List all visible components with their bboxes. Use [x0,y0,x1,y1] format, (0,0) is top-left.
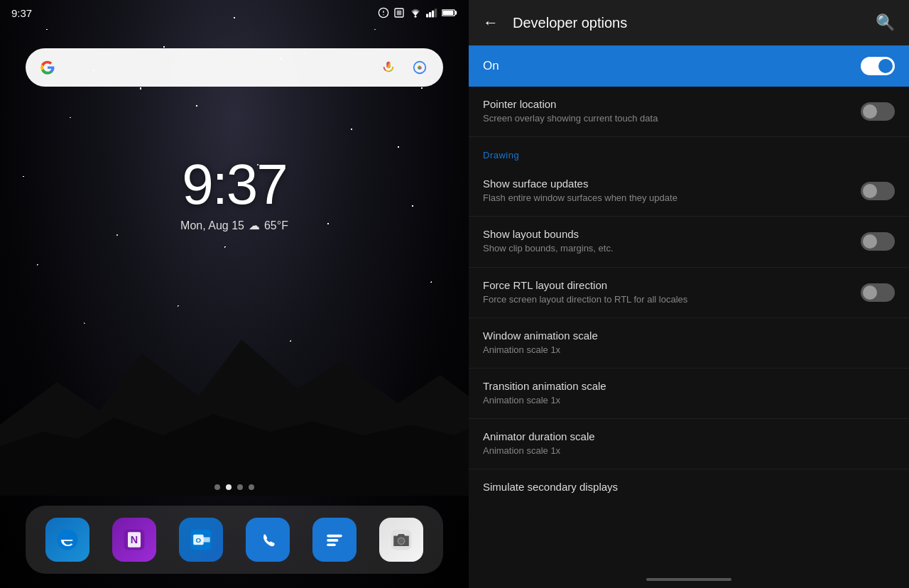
page-indicators [0,484,469,490]
search-bar[interactable] [26,48,443,87]
pointer-location-text: Pointer location Screen overlay showing … [483,98,861,125]
show-layout-bounds-row[interactable]: Show layout bounds Show clip bounds, mar… [469,217,909,267]
microphone-button[interactable] [376,55,401,80]
show-layout-bounds-title: Show layout bounds [483,228,849,240]
force-rtl-toggle[interactable] [861,283,895,302]
window-animation-row[interactable]: Window animation scale Animation scale 1… [469,318,909,369]
signal-icon [426,8,437,18]
transition-animation-subtitle: Animation scale 1x [483,394,895,407]
svg-point-2 [383,14,383,15]
search-button[interactable]: 🔍 [873,11,898,35]
page-dot-4 [249,484,254,490]
date-text: Mon, Aug 15 [180,219,244,232]
status-time: 9:37 [11,7,32,19]
svg-rect-6 [426,14,428,18]
page-dot-3 [237,484,243,490]
svg-text:N: N [131,534,138,545]
pointer-location-toggle[interactable] [861,102,895,121]
home-screen: 9:37 [0,0,469,588]
google-logo [37,57,58,78]
svg-rect-27 [327,535,342,538]
temperature: 65°F [264,219,288,232]
svg-point-32 [399,539,403,543]
transition-animation-title: Transition animation scale [483,380,895,392]
show-surface-updates-subtitle: Flash entire window surfaces when they u… [483,192,849,205]
force-rtl-title: Force RTL layout direction [483,279,849,291]
show-layout-bounds-subtitle: Show clip bounds, margins, etc. [483,242,849,255]
page-dot-1 [214,484,220,490]
animator-duration-title: Animator duration scale [483,430,895,442]
dev-options-topbar: ← Developer options 🔍 [469,0,909,45]
window-animation-title: Window animation scale [483,330,895,342]
svg-rect-8 [432,11,434,18]
toggle-thumb [863,184,877,198]
animator-duration-subtitle: Animation scale 1x [483,445,895,457]
show-surface-updates-text: Show surface updates Flash entire window… [483,178,861,205]
wifi-icon [409,8,422,18]
clock-time: 9:37 [0,156,469,213]
svg-rect-25 [258,530,278,550]
svg-rect-13 [386,62,391,68]
messages-app-icon[interactable] [312,518,356,562]
clock-date: Mon, Aug 15 ☁ 65°F [0,219,469,232]
onenote-app-icon[interactable]: N [112,518,156,562]
svg-rect-4 [397,11,402,16]
stars [0,0,469,588]
status-icons [378,7,457,18]
screenshot-icon [393,7,405,18]
pointer-location-title: Pointer location [483,98,849,110]
developer-options-panel: ← Developer options 🔍 On Pointer locatio… [469,0,909,588]
show-layout-bounds-text: Show layout bounds Show clip bounds, mar… [483,228,861,255]
clock-widget: 9:37 Mon, Aug 15 ☁ 65°F [0,156,469,232]
pointer-location-subtitle: Screen overlay showing current touch dat… [483,112,849,125]
simulate-secondary-title: Simulate secondary displays [483,481,895,493]
on-label: On [483,59,499,73]
simulate-secondary-row[interactable]: Simulate secondary displays [469,469,909,501]
toggle-thumb [878,59,893,73]
dev-on-toggle-row[interactable]: On [469,45,909,87]
status-bar: 9:37 [0,0,469,26]
force-rtl-row[interactable]: Force RTL layout direction Force screen … [469,268,909,318]
toggle-thumb [863,285,877,300]
svg-rect-11 [442,11,453,15]
page-dot-2 [226,484,232,490]
app-dock: N O [26,506,443,574]
animator-duration-row[interactable]: Animator duration scale Animation scale … [469,419,909,469]
show-surface-updates-toggle[interactable] [861,182,895,200]
phone-app-icon[interactable] [246,518,290,562]
window-animation-subtitle: Animation scale 1x [483,344,895,356]
notification-icon [378,7,389,18]
svg-rect-9 [435,9,437,17]
svg-point-17 [418,66,421,69]
transition-animation-row[interactable]: Transition animation scale Animation sca… [469,369,909,419]
svg-rect-29 [327,543,336,546]
bottom-nav-bar [469,571,909,588]
camera-search-button[interactable] [408,55,432,80]
home-indicator[interactable] [646,578,731,581]
mountain-silhouette [0,297,469,496]
weather-icon: ☁ [249,219,260,232]
svg-rect-24 [202,537,210,542]
dev-on-toggle[interactable] [861,57,895,75]
battery-icon [442,8,457,18]
force-rtl-text: Force RTL layout direction Force screen … [483,279,861,306]
pointer-location-row[interactable]: Pointer location Screen overlay showing … [469,87,909,137]
page-title: Developer options [513,15,861,31]
show-surface-updates-title: Show surface updates [483,178,849,190]
toggle-thumb [863,104,877,119]
drawing-section-header: Drawing [469,137,909,166]
edge-app-icon[interactable] [45,518,89,562]
camera-app-icon[interactable] [379,518,423,562]
svg-text:O: O [196,536,202,544]
back-button[interactable]: ← [480,11,501,35]
force-rtl-subtitle: Force screen layout direction to RTL for… [483,293,849,306]
show-layout-bounds-toggle[interactable] [861,232,895,251]
outlook-app-icon[interactable]: O [179,518,223,562]
settings-list: Pointer location Screen overlay showing … [469,87,909,571]
svg-rect-12 [455,11,457,14]
svg-rect-7 [429,12,431,17]
toggle-thumb [863,234,877,249]
show-surface-updates-row[interactable]: Show surface updates Flash entire window… [469,166,909,217]
svg-point-5 [415,16,417,18]
svg-rect-28 [327,539,338,542]
